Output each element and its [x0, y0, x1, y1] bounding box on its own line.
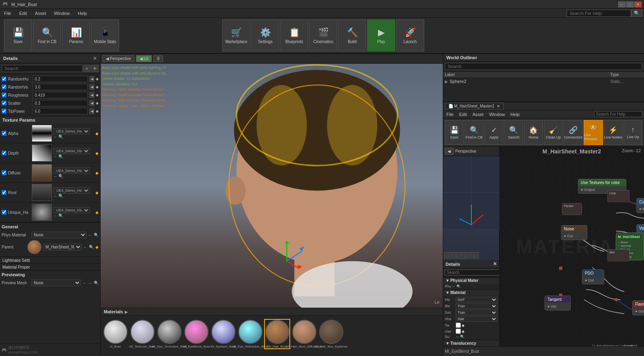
me-translucency-section[interactable]: ▼ Translucency	[443, 340, 499, 346]
root-pin[interactable]: ◆	[95, 190, 99, 195]
me-details-search-input[interactable]	[445, 269, 500, 275]
wo-search-input[interactable]	[445, 63, 642, 70]
phys-search[interactable]: 🔍	[94, 233, 99, 237]
me-material-section[interactable]: ▼ Material	[443, 289, 499, 296]
main-search-input[interactable]	[567, 10, 631, 17]
material-item-in-bust[interactable]: in_Bust	[102, 320, 128, 348]
me-search-btn[interactable]: 🔍 Search	[504, 120, 523, 145]
me-mat-tw-pin[interactable]: ◆	[462, 323, 464, 327]
settings-button[interactable]: ⚙️ Settings	[251, 19, 279, 52]
phys-arrow-left[interactable]: ←	[88, 233, 92, 237]
me-connectors-btn[interactable]: 🔗 Connectors	[564, 120, 583, 145]
scatter-spin[interactable]: ◀	[89, 100, 94, 106]
node-small-3[interactable]: Mul	[607, 249, 630, 261]
unique-arrow-left[interactable]: ←	[54, 213, 58, 218]
depth-search-icon[interactable]: 🔍	[58, 154, 63, 159]
randomhu-spin[interactable]: ◀	[89, 76, 94, 82]
save-button[interactable]: 💾 Save	[4, 19, 32, 52]
randomva-value[interactable]	[33, 84, 88, 90]
me-graph-canvas[interactable]: M_HairSheet_Master2 Zoom -12 MATERIAL	[500, 147, 644, 346]
parent-pin[interactable]: ◆	[95, 245, 99, 249]
root-checkbox[interactable]	[2, 190, 6, 195]
main-search-button[interactable]: 🔍	[631, 9, 642, 17]
node-small-1[interactable]: Param	[562, 203, 582, 215]
play-button[interactable]: ▶ Play	[367, 19, 395, 52]
node-tangent[interactable]: Tangent ● Vec	[545, 296, 571, 310]
diffuse-checkbox[interactable]	[2, 170, 6, 175]
me-live-preview-btn[interactable]: 👁 Live Preview	[584, 120, 603, 145]
close-button[interactable]: ✕	[634, 2, 642, 7]
phys-material-dropdown[interactable]: None	[31, 232, 87, 238]
me-mat-sha-dropdown[interactable]: Hair	[456, 316, 497, 322]
diffuse-search-icon[interactable]: 🔍	[58, 174, 63, 178]
details-list-view-btn[interactable]: ≡	[83, 65, 91, 72]
menu-asset[interactable]: Asset	[33, 10, 49, 17]
preview-mesh-dropdown[interactable]: None	[31, 279, 81, 286]
node-small-2[interactable]: Lerp	[607, 190, 630, 202]
me-vp-btn-1[interactable]: ◀	[445, 148, 454, 155]
unique-dropdown[interactable]: UE4_Demo_Ha	[54, 207, 90, 213]
blueprints-button[interactable]: 📋 Blueprints	[280, 19, 308, 52]
material-item-refr[interactable]: MI_Eye_Refractive_Bust	[237, 320, 263, 348]
details-search-input[interactable]	[2, 65, 83, 72]
root-arrow-left[interactable]: ←	[54, 194, 58, 198]
me-mat-su-search[interactable]: 🔍	[460, 335, 464, 339]
me-vp-ctrl-4[interactable]: ⬚	[471, 252, 479, 259]
scatter-pin[interactable]: ◆	[96, 101, 99, 105]
menu-file[interactable]: File	[2, 10, 14, 17]
randomhu-checkbox[interactable]	[2, 77, 6, 81]
alpha-pin[interactable]: ◆	[95, 131, 99, 136]
me-live-nodes-btn[interactable]: ⚡ Live Nodes	[604, 120, 623, 145]
node-noise[interactable]: Noise ● Out	[561, 225, 587, 240]
diffuse-dropdown[interactable]: UE4_Demo_Ha	[54, 168, 90, 174]
node-color[interactable]: Color ● RGB	[636, 198, 644, 213]
details-eye-btn[interactable]: 👁	[91, 65, 99, 72]
tippower-pin[interactable]: ◆	[96, 109, 99, 113]
launch-button[interactable]: 🚀 Launch	[396, 19, 424, 52]
menu-help[interactable]: Help	[75, 10, 89, 17]
depth-dropdown[interactable]: UE4_Demo_Ha	[54, 148, 90, 154]
cinematics-button[interactable]: 🎬 Cinematics	[309, 19, 337, 52]
scatter-checkbox[interactable]	[2, 101, 6, 106]
material-item-blend[interactable]: MI_EyeBlend_Bust	[183, 320, 209, 348]
wo-item-sphere2[interactable]: ▶ Sphere2 Static...	[443, 78, 644, 85]
me-cleanup-btn[interactable]: 🧹 Clean Up	[544, 120, 563, 145]
me-menu-window[interactable]: Window	[487, 112, 506, 117]
viewport-perspective-btn[interactable]: ◀ Perspective	[102, 55, 134, 62]
randomva-pin[interactable]: ◆	[96, 85, 99, 89]
parent-search[interactable]: 🔍	[89, 245, 94, 249]
alpha-search-icon[interactable]: 🔍	[58, 135, 63, 139]
me-mat-ble-dropdown[interactable]: Tran	[456, 303, 497, 309]
depth-pin[interactable]: ◆	[95, 151, 99, 155]
tippower-value[interactable]	[33, 108, 88, 114]
randomhu-value[interactable]	[33, 76, 88, 82]
randomhu-pin[interactable]: ◆	[96, 77, 99, 81]
me-search-input[interactable]	[594, 111, 642, 117]
root-search-icon[interactable]: 🔍	[58, 194, 63, 198]
me-phy-search[interactable]: 🔍	[456, 284, 461, 288]
menu-window[interactable]: Window	[52, 10, 72, 17]
parent-dropdown[interactable]: M_HairSheet_N	[43, 244, 82, 250]
preview-search[interactable]: 🔍	[94, 281, 99, 285]
unique-pin[interactable]: ◆	[95, 210, 99, 215]
material-item-brow[interactable]: MI_Hair_Bus_Eyebrow	[318, 320, 344, 348]
me-vp-ctrl-3[interactable]: ⬚	[462, 252, 470, 259]
unique-search-icon[interactable]: 🔍	[58, 213, 63, 218]
me-apply-btn[interactable]: ✓ Apply	[484, 120, 503, 145]
me-tab-main[interactable]: 📄 M_HairSheet_Master2 ✕	[445, 103, 504, 110]
me-live-up-btn[interactable]: ↑ Live Up	[623, 120, 642, 145]
me-menu-edit[interactable]: Edit	[458, 112, 469, 117]
lightmass-section[interactable]: Lightmass Setti	[0, 257, 100, 263]
tippower-spin[interactable]: ◀	[89, 108, 94, 114]
menu-edit[interactable]: Edit	[17, 10, 29, 17]
unique-checkbox[interactable]	[2, 210, 6, 215]
roughness-spin[interactable]: ◀	[89, 92, 94, 98]
me-menu-file[interactable]: File	[445, 112, 455, 117]
roughness-pin[interactable]: ◆	[96, 93, 99, 97]
params-button[interactable]: 📊 Params	[62, 19, 90, 52]
roughness-value[interactable]	[33, 92, 88, 98]
me-mat-use-cb[interactable]	[456, 329, 461, 334]
diffuse-arrow-left[interactable]: ←	[54, 174, 58, 178]
me-mat-use-pin[interactable]: ◆	[462, 329, 464, 333]
depth-checkbox[interactable]	[2, 151, 6, 155]
